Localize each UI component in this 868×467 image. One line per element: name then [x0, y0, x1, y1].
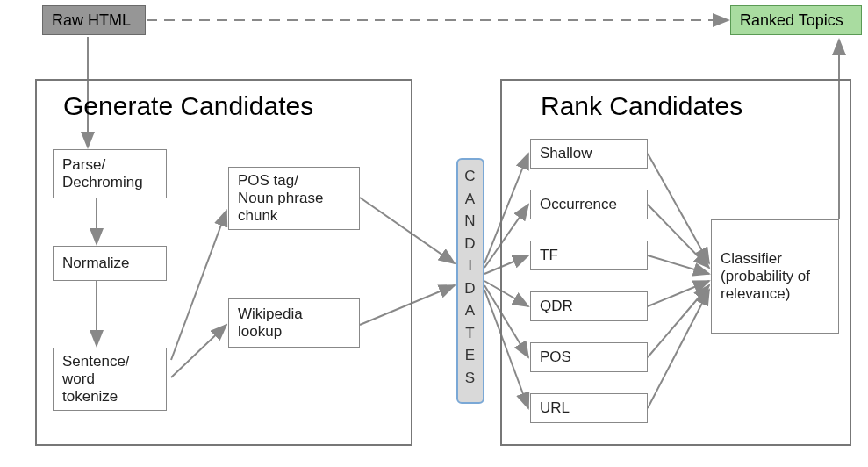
parse-node: Parse/ Dechroming [53, 149, 167, 198]
shallow-node: Shallow [530, 139, 648, 169]
raw-html-node: Raw HTML [42, 5, 146, 35]
generate-candidates-title: Generate Candidates [63, 91, 313, 121]
shallow-label: Shallow [540, 145, 592, 162]
occurrence-node: Occurrence [530, 190, 648, 219]
tf-node: TF [530, 241, 648, 270]
normalize-node: Normalize [53, 246, 167, 281]
pos-feature-label: POS [540, 348, 571, 366]
raw-html-label: Raw HTML [52, 11, 131, 30]
url-node: URL [530, 393, 648, 423]
pos-tag-label: POS tag/ Noun phrase chunk [238, 172, 323, 225]
pos-tag-node: POS tag/ Noun phrase chunk [228, 167, 360, 230]
tf-label: TF [540, 247, 558, 264]
rank-candidates-title: Rank Candidates [541, 91, 742, 121]
tokenize-label: Sentence/ word tokenize [62, 353, 130, 406]
qdr-label: QDR [540, 298, 573, 315]
parse-label: Parse/ Dechroming [62, 156, 143, 191]
normalize-label: Normalize [62, 255, 130, 272]
url-label: URL [540, 399, 570, 417]
occurrence-label: Occurrence [540, 196, 617, 213]
pos-feature-node: POS [530, 342, 648, 372]
ranked-topics-label: Ranked Topics [740, 11, 843, 30]
tokenize-node: Sentence/ word tokenize [53, 348, 167, 411]
ranked-topics-node: Ranked Topics [730, 5, 862, 35]
qdr-node: QDR [530, 291, 648, 321]
wikipedia-label: Wikipedia lookup [238, 305, 303, 341]
wikipedia-node: Wikipedia lookup [228, 298, 360, 348]
candidates-label: CANDIDATES [458, 165, 483, 389]
classifier-label: Classifier (probability of relevance) [721, 250, 810, 303]
candidates-node: CANDIDATES [456, 158, 484, 404]
classifier-node: Classifier (probability of relevance) [711, 219, 839, 334]
